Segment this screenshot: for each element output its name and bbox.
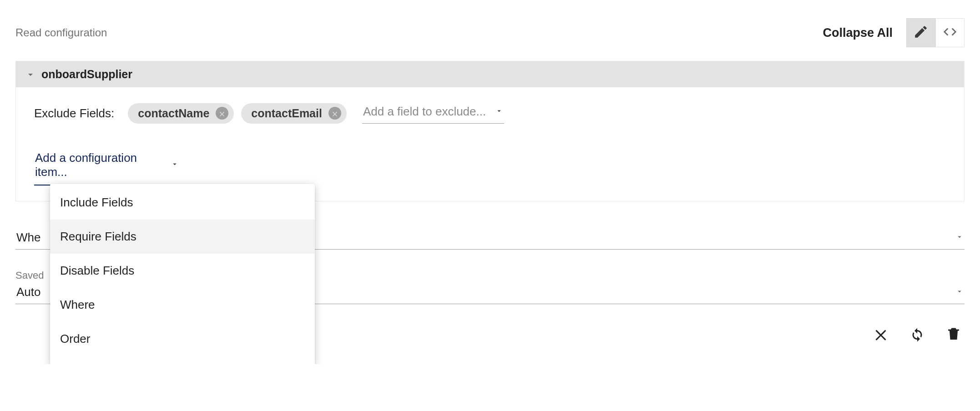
close-icon bbox=[873, 326, 889, 344]
dropdown-item-require-fields[interactable]: Require Fields bbox=[50, 220, 315, 254]
chevron-down-icon bbox=[486, 107, 503, 117]
chip-remove-button[interactable] bbox=[328, 107, 341, 120]
collapse-all-button[interactable]: Collapse All bbox=[823, 26, 893, 40]
select-text: Add a configuration item... bbox=[35, 151, 171, 179]
close-icon bbox=[331, 107, 338, 120]
page-subtitle: Read configuration bbox=[15, 26, 107, 39]
chip-label: contactName bbox=[138, 107, 209, 120]
chip-label: contactEmail bbox=[251, 107, 322, 120]
code-mode-button[interactable] bbox=[935, 18, 965, 47]
trash-icon bbox=[945, 326, 962, 344]
add-config-item-select[interactable]: Add a configuration item... bbox=[34, 149, 180, 185]
chevron-down-icon[interactable] bbox=[24, 68, 37, 81]
dropdown-item-include-fields[interactable]: Include Fields bbox=[50, 185, 315, 220]
panel-header[interactable]: onboardSupplier bbox=[16, 61, 964, 87]
config-item-dropdown: Include Fields Require Fields Disable Fi… bbox=[50, 184, 315, 364]
panel-title: onboardSupplier bbox=[41, 68, 132, 81]
close-icon bbox=[218, 107, 226, 120]
code-icon bbox=[942, 24, 958, 41]
refresh-icon bbox=[909, 326, 925, 344]
entity-config-panel: onboardSupplier Exclude Fields: contactN… bbox=[15, 61, 965, 201]
chip-contactname: contactName bbox=[128, 103, 234, 124]
pencil-icon bbox=[913, 24, 929, 41]
edit-mode-button[interactable] bbox=[906, 18, 935, 47]
add-exclude-field-select[interactable]: Add a field to exclude... bbox=[362, 103, 504, 124]
chip-contactemail: contactEmail bbox=[241, 103, 347, 124]
chevron-down-icon bbox=[955, 287, 964, 297]
where-label-fragment: Whe bbox=[16, 231, 40, 245]
close-button[interactable] bbox=[870, 324, 892, 346]
exclude-fields-row: Exclude Fields: contactName contactEmail bbox=[34, 103, 946, 124]
delete-button[interactable] bbox=[943, 324, 965, 346]
placeholder-text: Add a field to exclude... bbox=[363, 105, 486, 119]
dropdown-item-where[interactable]: Where bbox=[50, 288, 315, 322]
chip-remove-button[interactable] bbox=[216, 107, 228, 120]
refresh-button[interactable] bbox=[906, 324, 928, 346]
chevron-down-icon bbox=[955, 233, 964, 243]
saved-views-value-fragment: Auto bbox=[16, 285, 41, 299]
chevron-down-icon bbox=[171, 160, 179, 170]
dropdown-item-disable-fields[interactable]: Disable Fields bbox=[50, 254, 315, 288]
dropdown-item-order[interactable]: Order bbox=[50, 322, 315, 356]
exclude-fields-label: Exclude Fields: bbox=[34, 106, 114, 120]
